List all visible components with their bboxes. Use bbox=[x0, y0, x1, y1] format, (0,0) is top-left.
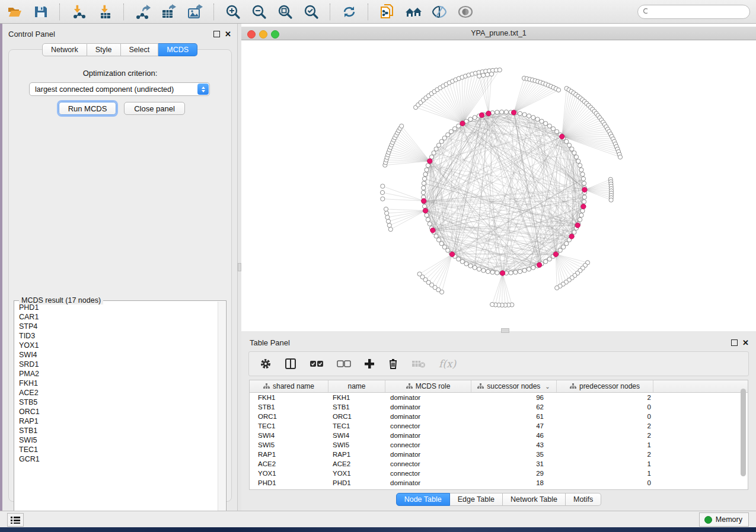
table-row[interactable]: FKH1FKH1dominator962 bbox=[250, 393, 748, 402]
tab-style[interactable]: Style bbox=[87, 43, 121, 56]
horizontal-splitter-handle[interactable] bbox=[501, 328, 509, 333]
mcds-result-item[interactable]: YOX1 bbox=[19, 341, 218, 350]
desktop-edge-bottom bbox=[0, 527, 756, 532]
table-row[interactable]: ORC1ORC1dominator610 bbox=[250, 412, 748, 421]
tab-mcds[interactable]: MCDS bbox=[158, 43, 197, 56]
tab-network[interactable]: Network bbox=[42, 43, 87, 56]
toolbar-search[interactable] bbox=[637, 5, 750, 19]
task-history-button[interactable] bbox=[7, 513, 24, 527]
search-input[interactable] bbox=[650, 7, 745, 17]
export-network-icon[interactable] bbox=[134, 3, 152, 21]
column-header-shared-name[interactable]: shared name bbox=[250, 380, 328, 392]
optimization-criterion-select[interactable]: largest connected component (undirected) bbox=[29, 82, 210, 96]
open-file-icon[interactable] bbox=[6, 3, 24, 21]
mcds-result-item[interactable]: PHD1 bbox=[19, 303, 218, 312]
mcds-list-scrollbar[interactable] bbox=[218, 302, 225, 521]
table-cell: 2 bbox=[557, 394, 653, 401]
mcds-result-item[interactable]: TID3 bbox=[19, 331, 218, 341]
hide-selected-icon[interactable] bbox=[430, 3, 448, 21]
tab-node-table[interactable]: Node Table bbox=[396, 493, 450, 506]
table-cell: FKH1 bbox=[250, 394, 328, 401]
float-panel-icon[interactable] bbox=[213, 31, 220, 37]
export-image-icon[interactable] bbox=[186, 3, 204, 21]
toolbar-separator bbox=[59, 4, 60, 20]
mcds-result-item[interactable]: STP4 bbox=[19, 322, 218, 331]
column-header-predecessor-nodes[interactable]: predecessor nodes bbox=[557, 380, 653, 392]
column-header-name[interactable]: name bbox=[328, 380, 385, 392]
table-row[interactable]: SWI5SWI5connector431 bbox=[250, 440, 748, 450]
node-table-header: shared name name MCDS role successor nod… bbox=[250, 380, 748, 393]
show-columns-icon[interactable] bbox=[285, 358, 296, 370]
table-cell: STB1 bbox=[328, 403, 385, 411]
table-cell: SWI5 bbox=[328, 441, 385, 448]
save-session-icon[interactable] bbox=[32, 3, 50, 21]
table-cell: 29 bbox=[471, 470, 557, 477]
network-from-selection-icon[interactable] bbox=[378, 3, 396, 21]
mcds-result-item[interactable]: GCR1 bbox=[19, 454, 218, 464]
mcds-result-item[interactable]: STB5 bbox=[19, 398, 218, 407]
select-all-rows-icon[interactable] bbox=[310, 360, 324, 368]
deselect-all-rows-icon[interactable] bbox=[337, 360, 351, 368]
table-row[interactable]: PHD1PHD1dominator180 bbox=[250, 478, 748, 488]
tab-network-table[interactable]: Network Table bbox=[503, 493, 566, 506]
table-row[interactable]: TEC1TEC1connector472 bbox=[250, 421, 748, 431]
zoom-fit-icon[interactable] bbox=[276, 3, 294, 21]
export-table-icon[interactable] bbox=[160, 3, 178, 21]
table-cell: 2 bbox=[557, 422, 653, 430]
table-row[interactable]: YOX1YOX1connector291 bbox=[250, 469, 748, 478]
mcds-result-item[interactable]: CAR1 bbox=[19, 312, 218, 322]
network-canvas[interactable] bbox=[241, 40, 756, 331]
mcds-result-list[interactable]: PHD1CAR1STP4TID3YOX1SWI4SRD1PMA2FKH1ACE2… bbox=[15, 302, 218, 521]
add-row-icon[interactable] bbox=[364, 358, 375, 369]
column-header-successor-nodes[interactable]: successor nodes ⌄ bbox=[471, 380, 557, 392]
tab-edge-table[interactable]: Edge Table bbox=[450, 493, 503, 506]
table-row[interactable]: STB1STB1dominator620 bbox=[250, 402, 748, 412]
tab-motifs[interactable]: Motifs bbox=[566, 493, 601, 506]
table-row[interactable]: RAP1RAP1dominator352 bbox=[250, 450, 748, 459]
mcds-result-item[interactable]: SWI4 bbox=[19, 350, 218, 360]
table-cell: YOX1 bbox=[328, 470, 385, 477]
mcds-result-item[interactable]: STB1 bbox=[19, 426, 218, 435]
close-panel-icon[interactable]: ✕ bbox=[225, 31, 231, 37]
float-table-panel-icon[interactable] bbox=[731, 339, 738, 346]
zoom-selected-icon[interactable] bbox=[302, 3, 320, 21]
mcds-result-item[interactable]: FKH1 bbox=[19, 379, 218, 388]
mcds-result-item[interactable]: SRD1 bbox=[19, 360, 218, 369]
table-cell: 18 bbox=[471, 479, 557, 486]
close-table-panel-icon[interactable]: ✕ bbox=[742, 340, 749, 345]
first-neighbors-icon[interactable] bbox=[404, 3, 422, 21]
close-panel-button[interactable]: Close panel bbox=[124, 102, 185, 115]
table-scrollbar-thumb[interactable] bbox=[741, 389, 746, 476]
mcds-result-item[interactable]: TEC1 bbox=[19, 445, 218, 454]
tab-select[interactable]: Select bbox=[121, 43, 159, 56]
column-type-icon bbox=[263, 383, 270, 389]
show-all-icon[interactable] bbox=[457, 3, 474, 21]
import-table-icon[interactable] bbox=[96, 3, 114, 21]
mcds-result-item[interactable]: ORC1 bbox=[19, 407, 218, 416]
mcds-result-item[interactable]: RAP1 bbox=[19, 416, 218, 426]
apply-layout-icon[interactable] bbox=[340, 3, 358, 21]
memory-button[interactable]: Memory bbox=[699, 512, 749, 527]
table-row[interactable]: ACE2ACE2connector311 bbox=[250, 459, 748, 469]
column-header-mcds-role[interactable]: MCDS role bbox=[385, 380, 471, 392]
delete-rows-icon[interactable] bbox=[388, 358, 398, 370]
zoom-out-icon[interactable] bbox=[250, 3, 268, 21]
mcds-result-item[interactable]: SWI5 bbox=[19, 435, 218, 445]
table-cell: 61 bbox=[471, 413, 557, 420]
table-cell: 2 bbox=[557, 451, 653, 458]
table-cell: dominator bbox=[385, 403, 471, 411]
table-cell: 1 bbox=[557, 441, 653, 448]
column-type-icon bbox=[406, 383, 413, 389]
import-network-icon[interactable] bbox=[70, 3, 88, 21]
table-cell: 47 bbox=[471, 422, 557, 430]
table-cell: dominator bbox=[385, 479, 471, 486]
table-options-icon[interactable] bbox=[260, 358, 272, 370]
run-mcds-button[interactable]: Run MCDS bbox=[59, 102, 116, 115]
mcds-result-item[interactable]: PMA2 bbox=[19, 369, 218, 379]
table-scrollbar[interactable] bbox=[740, 389, 747, 476]
mcds-result-item[interactable]: ACE2 bbox=[19, 388, 218, 398]
zoom-in-icon[interactable] bbox=[224, 3, 242, 21]
toolbar-separator bbox=[213, 4, 215, 20]
table-row[interactable]: SWI4SWI4dominator462 bbox=[250, 431, 748, 440]
table-cell: 35 bbox=[471, 451, 557, 458]
